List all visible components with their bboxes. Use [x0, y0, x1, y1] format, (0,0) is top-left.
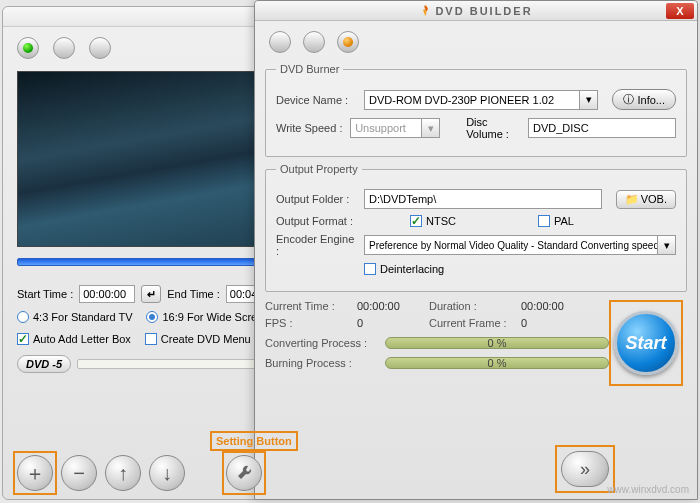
device-combo[interactable]: DVD-ROM DVD-230P PIONEER 1.02 ▾ — [364, 90, 598, 110]
settings-highlight — [222, 451, 266, 495]
checkbox-icon — [17, 333, 29, 345]
toolbar: ＋ − ↑ ↓ — [17, 455, 185, 491]
move-down-button[interactable]: ↓ — [149, 455, 185, 491]
format-label: Output Format : — [276, 215, 358, 227]
wrench-icon — [235, 464, 253, 482]
traffic-button[interactable] — [303, 31, 325, 53]
ratio-16-9-radio[interactable]: 16:9 For Wide Screen — [146, 311, 269, 323]
engine-combo[interactable]: Preference by Normal Video Quality - Sta… — [364, 235, 676, 255]
settings-button[interactable] — [226, 455, 262, 491]
converting-label: Converting Process : — [265, 337, 379, 349]
close-button[interactable]: X — [666, 3, 694, 19]
checkbox-icon — [538, 215, 550, 227]
auto-letterbox-checkbox[interactable]: Auto Add Letter Box — [17, 333, 131, 345]
traffic-button[interactable] — [269, 31, 291, 53]
watermark: www.winxdvd.com — [607, 484, 689, 495]
end-time-label: End Time : — [167, 288, 220, 300]
aspect-ratio-row: 4:3 For Standard TV 16:9 For Wide Screen — [17, 311, 287, 323]
radio-icon — [17, 311, 29, 323]
options-row: Auto Add Letter Box Create DVD Menu — [17, 333, 287, 345]
add-button-highlight: ＋ — [13, 451, 57, 495]
volume-input[interactable] — [528, 118, 676, 138]
scrub-bar[interactable] — [17, 258, 265, 266]
traffic-button[interactable] — [53, 37, 75, 59]
duration-value: 00:00:00 — [521, 300, 593, 312]
pal-checkbox[interactable]: PAL — [538, 215, 574, 227]
chevron-down-icon: ▾ — [657, 236, 675, 254]
time-range-row: Start Time : ↵ End Time : — [17, 285, 287, 303]
start-button[interactable]: Start — [614, 311, 678, 375]
setting-callout: Setting Button — [210, 431, 298, 451]
dvd-burner-group: DVD Burner Device Name : DVD-ROM DVD-230… — [265, 63, 687, 157]
speed-combo[interactable]: Unsupport ▾ — [350, 118, 440, 138]
dvd-burner-legend: DVD Burner — [276, 63, 343, 75]
add-button[interactable]: ＋ — [17, 455, 53, 491]
burning-label: Burning Process : — [265, 357, 379, 369]
checkbox-icon — [410, 215, 422, 227]
ntsc-label: NTSC — [426, 215, 456, 227]
playback-scrub-row — [17, 253, 287, 271]
engine-value: Preference by Normal Video Quality - Sta… — [369, 240, 659, 251]
speed-label: Write Speed : — [276, 122, 344, 134]
titlebar[interactable]: DVD BUILDER X — [255, 1, 697, 21]
speed-value: Unsupport — [355, 122, 406, 134]
dvd-builder-window: DVD BUILDER X DVD Burner Device Name : D… — [254, 0, 698, 500]
folder-input[interactable] — [364, 189, 602, 209]
next-button[interactable]: » — [561, 451, 609, 487]
traffic-green-icon[interactable] — [17, 37, 39, 59]
ratio-4-3-radio[interactable]: 4:3 For Standard TV — [17, 311, 132, 323]
chevron-down-icon: ▾ — [579, 91, 597, 109]
deinterlace-checkbox[interactable]: Deinterlacing — [364, 263, 444, 275]
disc-capacity-row: DVD -5 — [17, 355, 287, 373]
folder-label: Output Folder : — [276, 193, 358, 205]
video-surface[interactable] — [18, 72, 286, 246]
pal-label: PAL — [554, 215, 574, 227]
vob-folder-button[interactable]: 📁 VOB. — [616, 190, 676, 209]
ratio-4-3-label: 4:3 For Standard TV — [33, 311, 132, 323]
set-start-button[interactable]: ↵ — [141, 285, 161, 303]
start-highlight: Start — [609, 300, 683, 386]
fps-value: 0 — [357, 317, 429, 329]
engine-label: Encoder Engine : — [276, 233, 358, 257]
info-icon: ⓘ — [623, 92, 634, 107]
checkbox-icon — [364, 263, 376, 275]
start-time-input[interactable] — [79, 285, 135, 303]
create-menu-checkbox[interactable]: Create DVD Menu — [145, 333, 251, 345]
frame-label: Current Frame : — [429, 317, 521, 329]
traffic-amber-icon[interactable] — [337, 31, 359, 53]
radio-icon — [146, 311, 158, 323]
duration-label: Duration : — [429, 300, 521, 312]
curtime-value: 00:00:00 — [357, 300, 429, 312]
auto-letterbox-label: Auto Add Letter Box — [33, 333, 131, 345]
checkbox-icon — [145, 333, 157, 345]
info-button[interactable]: ⓘ Info... — [612, 89, 676, 110]
deinterlace-label: Deinterlacing — [380, 263, 444, 275]
fps-label: FPS : — [265, 317, 357, 329]
video-preview — [17, 71, 287, 247]
vob-label: VOB. — [641, 193, 667, 205]
converting-progress: 0 % — [385, 337, 609, 349]
traffic-button[interactable] — [89, 37, 111, 59]
burning-progress: 0 % — [385, 357, 609, 369]
chevron-down-icon: ▾ — [421, 119, 439, 137]
device-value: DVD-ROM DVD-230P PIONEER 1.02 — [369, 94, 554, 106]
info-label: Info... — [637, 94, 665, 106]
move-up-button[interactable]: ↑ — [105, 455, 141, 491]
volume-label: Disc Volume : — [466, 116, 522, 140]
device-label: Device Name : — [276, 94, 358, 106]
window-controls — [255, 21, 697, 57]
converting-pct: 0 % — [488, 337, 507, 349]
curtime-label: Current Time : — [265, 300, 357, 312]
folder-icon: 📁 — [625, 193, 639, 206]
disc-type-badge[interactable]: DVD -5 — [17, 355, 71, 373]
output-legend: Output Property — [276, 163, 362, 175]
title-label: DVD BUILDER — [419, 5, 532, 17]
output-property-group: Output Property Output Folder : 📁 VOB. O… — [265, 163, 687, 292]
progress-section: Current Time : 00:00:00 Duration : 00:00… — [265, 300, 687, 369]
remove-button[interactable]: − — [61, 455, 97, 491]
next-highlight: » — [555, 445, 615, 493]
frame-value: 0 — [521, 317, 593, 329]
start-time-label: Start Time : — [17, 288, 73, 300]
create-menu-label: Create DVD Menu — [161, 333, 251, 345]
ntsc-checkbox[interactable]: NTSC — [410, 215, 456, 227]
